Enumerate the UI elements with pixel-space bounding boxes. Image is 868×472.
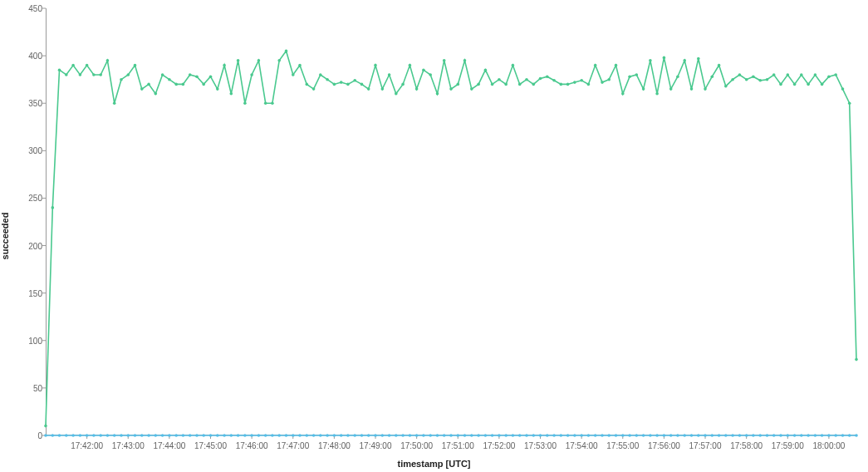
data-point: [401, 83, 405, 86]
data-point: [367, 87, 370, 91]
y-tick-label: 350: [19, 99, 42, 108]
data-point: [566, 434, 570, 437]
data-point: [312, 434, 316, 437]
data-point: [92, 434, 96, 437]
data-point: [669, 87, 673, 91]
data-point: [250, 73, 253, 76]
data-point: [388, 73, 391, 76]
data-point: [58, 68, 61, 71]
x-tick-label: 17:56:00: [648, 441, 680, 450]
y-axis-label: succeeded: [0, 213, 10, 260]
data-point: [429, 73, 432, 76]
data-point: [724, 434, 728, 437]
data-point: [134, 64, 137, 67]
data-point: [340, 434, 343, 437]
data-point: [793, 83, 797, 86]
x-tick-label: 17:50:00: [400, 441, 433, 450]
data-point: [223, 434, 226, 437]
y-tick-label: 300: [19, 146, 42, 155]
data-point: [189, 73, 192, 76]
data-point: [663, 434, 666, 437]
data-point: [621, 92, 625, 96]
data-point: [587, 434, 591, 437]
data-point: [793, 434, 797, 437]
data-point: [539, 434, 542, 437]
data-point: [855, 434, 858, 437]
data-point: [250, 434, 253, 437]
data-point: [326, 434, 329, 437]
data-point: [44, 434, 47, 437]
data-point: [306, 434, 309, 437]
data-point: [731, 434, 734, 437]
data-point: [202, 83, 205, 86]
data-point: [834, 73, 837, 76]
data-point: [319, 434, 322, 437]
data-point: [718, 64, 721, 67]
data-point: [779, 434, 782, 437]
y-tick-label: 400: [19, 52, 42, 61]
data-point: [71, 64, 75, 67]
data-point: [607, 78, 611, 81]
data-point: [573, 434, 576, 437]
data-point: [504, 434, 508, 437]
data-point: [704, 434, 707, 437]
data-point: [814, 434, 817, 437]
x-tick-label: 17:53:00: [524, 441, 557, 450]
y-tick-label: 100: [19, 336, 42, 345]
data-point: [360, 83, 364, 86]
data-point: [552, 434, 556, 437]
data-point: [601, 81, 604, 84]
data-point: [44, 425, 47, 428]
data-point: [821, 434, 824, 437]
data-point: [718, 434, 721, 437]
data-point: [518, 83, 522, 86]
data-point: [86, 434, 89, 437]
data-point: [127, 73, 130, 76]
data-point: [745, 434, 748, 437]
data-point: [243, 101, 247, 105]
data-point: [594, 434, 597, 437]
data-point: [580, 79, 583, 82]
x-tick-label: 17:44:00: [153, 441, 185, 450]
x-axis-label: timestamp [UTC]: [397, 459, 470, 469]
data-point: [443, 434, 446, 437]
data-point: [690, 87, 694, 91]
data-point: [154, 92, 158, 96]
x-tick-label: 17:49:00: [360, 441, 392, 450]
data-point: [463, 434, 467, 437]
data-point: [491, 434, 494, 437]
data-point: [752, 75, 755, 78]
x-tick-label: 17:48:00: [318, 441, 351, 450]
data-point: [202, 434, 205, 437]
y-tick-label: 50: [19, 383, 42, 392]
data-point: [683, 434, 686, 437]
data-point: [429, 434, 432, 437]
data-point: [470, 434, 473, 437]
data-point: [512, 434, 515, 437]
data-point: [353, 434, 356, 437]
data-point: [532, 83, 536, 86]
data-point: [326, 78, 329, 81]
data-point: [635, 434, 639, 437]
data-point: [195, 434, 199, 437]
data-point: [690, 434, 694, 437]
data-point: [752, 434, 755, 437]
data-point: [168, 434, 171, 437]
data-point: [484, 434, 488, 437]
data-point: [580, 434, 583, 437]
data-point: [86, 64, 89, 67]
data-point: [498, 78, 501, 81]
data-point: [449, 87, 453, 91]
data-point: [113, 434, 116, 437]
data-point: [237, 59, 240, 62]
data-point: [669, 434, 673, 437]
data-point: [306, 83, 309, 86]
x-tick-label: 17:57:00: [689, 441, 722, 450]
data-point: [642, 87, 645, 91]
data-point: [436, 92, 439, 96]
data-point: [711, 75, 714, 78]
data-point: [807, 434, 810, 437]
data-point: [333, 434, 336, 437]
x-tick-label: 17:54:00: [566, 441, 598, 450]
data-point: [491, 83, 494, 86]
